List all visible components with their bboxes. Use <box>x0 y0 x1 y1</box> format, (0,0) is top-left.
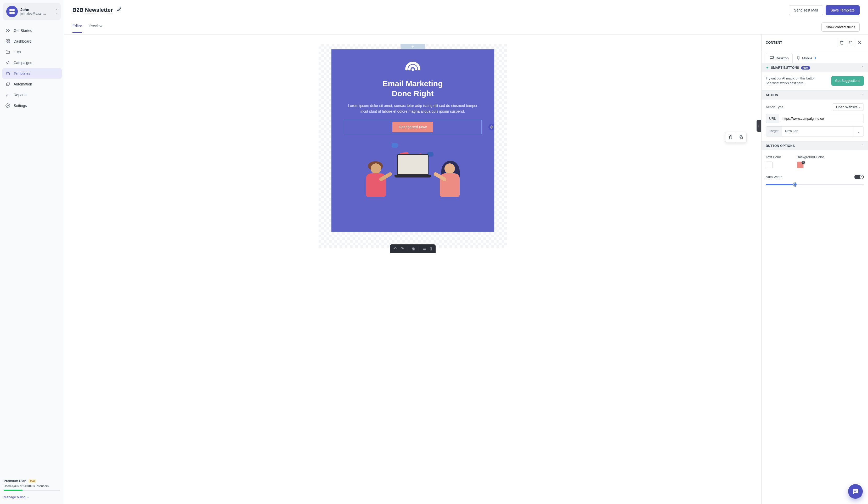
sidebar-item-automation[interactable]: Automation <box>2 79 62 90</box>
hero-illustration: + # <box>331 142 494 205</box>
sidebar-item-get-started[interactable]: Get Started <box>2 25 62 36</box>
main-area: B2B Newsletter Send Test Mail Save Templ… <box>64 0 868 504</box>
plan-usage-bar <box>4 490 60 491</box>
canvas-bottom-toolbar: ↶ ↷ ◉ ▭ ▯ <box>390 244 436 253</box>
sidebar-item-templates[interactable]: Templates <box>2 68 62 79</box>
tab-editor[interactable]: Editor <box>72 24 82 33</box>
svg-rect-26 <box>854 492 856 492</box>
auto-width-label: Auto Width <box>766 175 783 179</box>
sidebar-item-dashboard[interactable]: Dashboard <box>2 36 62 46</box>
nav-label: Campaigns <box>13 61 32 65</box>
auto-width-toggle[interactable]: ✕ <box>855 175 864 179</box>
smart-buttons-desc: Try out our AI magic on this button.See … <box>766 76 828 85</box>
device-tab-mobile[interactable]: Mobile <box>793 53 820 63</box>
chevron-up-icon: ⌃ <box>861 144 864 148</box>
sidebar: John john.doe@exam... ⌃⌄ Get Started Das… <box>0 0 64 504</box>
chevron-updown-icon: ⌃⌄ <box>55 9 58 13</box>
view-button[interactable]: ◉ <box>412 246 415 251</box>
chat-fab-button[interactable] <box>848 484 863 499</box>
email-hero-section[interactable]: Email MarketingDone Right Lorem ipsum do… <box>331 49 494 232</box>
megaphone-icon <box>5 60 10 65</box>
editor-canvas[interactable]: + Email MarketingDone Right Lorem ipsum … <box>319 44 507 248</box>
nav: Get Started Dashboard Lists Campaigns Te… <box>0 23 64 475</box>
sidebar-item-campaigns[interactable]: Campaigns <box>2 57 62 68</box>
get-suggestions-button[interactable]: Get Suggestions <box>831 76 864 86</box>
expand-panel-tab[interactable]: › <box>756 120 761 132</box>
hero-paragraph[interactable]: Lorem ipsum dolor sit amet, consec tetur… <box>347 103 478 114</box>
svg-rect-2 <box>9 12 12 14</box>
svg-rect-3 <box>12 12 15 14</box>
clear-color-button[interactable]: ✕ <box>802 161 805 164</box>
section-smart-buttons-header[interactable]: ✦ SMART BUTTONS New ⌃ <box>762 63 868 72</box>
mobile-view-button[interactable]: ▯ <box>430 246 432 251</box>
svg-marker-5 <box>8 29 10 32</box>
chevron-up-icon: ⌃ <box>861 66 864 70</box>
width-slider[interactable] <box>766 184 864 185</box>
url-input[interactable] <box>779 114 864 123</box>
avatar <box>6 6 18 17</box>
device-tab-desktop[interactable]: Desktop <box>766 53 793 63</box>
editor-canvas-wrap: + Email MarketingDone Right Lorem ipsum … <box>64 34 761 504</box>
panel-title: CONTENT <box>766 41 837 44</box>
user-switcher[interactable]: John john.doe@exam... ⌃⌄ <box>3 3 61 20</box>
hero-heading[interactable]: Email MarketingDone Right <box>342 79 484 98</box>
show-contact-fields-button[interactable]: Show contact fields <box>822 22 860 32</box>
mobile-change-indicator <box>815 57 816 59</box>
bg-color-swatch[interactable]: ✕ <box>797 161 804 168</box>
nav-label: Settings <box>13 104 27 108</box>
svg-point-15 <box>412 69 414 71</box>
add-section-button[interactable]: + <box>401 44 425 49</box>
svg-rect-10 <box>7 73 9 75</box>
plan-usage-text: Used 3,355 of 10,000 subscribers <box>4 484 60 487</box>
section-button-options-header[interactable]: BUTTON OPTIONS ⌃ <box>762 141 868 150</box>
manage-billing-link[interactable]: Manage billing → <box>4 495 30 499</box>
section-action-header[interactable]: ACTION ⌃ <box>762 91 868 99</box>
grid-icon <box>5 39 10 44</box>
save-template-button[interactable]: Save Template <box>826 5 860 15</box>
selected-button-block[interactable]: Get Started Now <box>344 120 482 134</box>
panel-delete-button[interactable] <box>837 38 846 47</box>
slider-thumb[interactable] <box>794 183 797 186</box>
undo-button[interactable]: ↶ <box>393 246 397 251</box>
delete-block-button[interactable] <box>725 132 736 143</box>
sparkle-icon: ✦ <box>766 66 769 70</box>
nav-label: Get Started <box>13 29 32 33</box>
duplicate-block-button[interactable] <box>736 132 746 143</box>
tab-preview[interactable]: Preview <box>90 24 103 33</box>
move-block-handle[interactable] <box>488 124 494 130</box>
panel-close-button[interactable] <box>855 38 864 47</box>
plan-trial-badge: trial <box>29 479 37 483</box>
send-test-button[interactable]: Send Test Mail <box>789 5 823 15</box>
mobile-icon <box>797 56 800 60</box>
folder-icon <box>5 50 10 55</box>
nav-label: Automation <box>13 82 32 86</box>
redo-button[interactable]: ↷ <box>401 246 404 251</box>
new-badge: New <box>801 66 810 70</box>
text-color-swatch[interactable] <box>766 161 773 168</box>
target-dropdown-button[interactable]: ⌄ <box>854 127 864 136</box>
nav-label: Dashboard <box>13 39 32 43</box>
svg-rect-16 <box>741 137 742 138</box>
panel-duplicate-button[interactable] <box>846 38 855 47</box>
section-title: BUTTON OPTIONS <box>766 144 859 148</box>
svg-rect-8 <box>6 42 7 43</box>
sidebar-item-settings[interactable]: Settings <box>2 101 62 111</box>
svg-rect-20 <box>770 56 773 59</box>
sidebar-item-lists[interactable]: Lists <box>2 47 62 57</box>
nav-label: Lists <box>13 50 21 54</box>
url-label: URL <box>766 114 779 123</box>
caret-down-icon: ▾ <box>859 106 860 108</box>
action-type-label: Action Type <box>766 105 830 109</box>
copy-icon <box>5 71 10 76</box>
tabs-row: Editor Preview Show contact fields <box>64 16 868 34</box>
edit-title-button[interactable] <box>117 7 122 13</box>
desktop-view-button[interactable]: ▭ <box>423 246 426 251</box>
svg-rect-9 <box>8 42 10 43</box>
action-type-dropdown[interactable]: Open Website ▾ <box>833 103 864 111</box>
page-title[interactable]: B2B Newsletter <box>72 7 113 14</box>
sidebar-item-reports[interactable]: Reports <box>2 90 62 100</box>
target-value: New Tab <box>782 127 854 136</box>
desktop-icon <box>769 56 774 61</box>
svg-point-14 <box>7 105 9 106</box>
hero-cta-button[interactable]: Get Started Now <box>392 122 433 132</box>
